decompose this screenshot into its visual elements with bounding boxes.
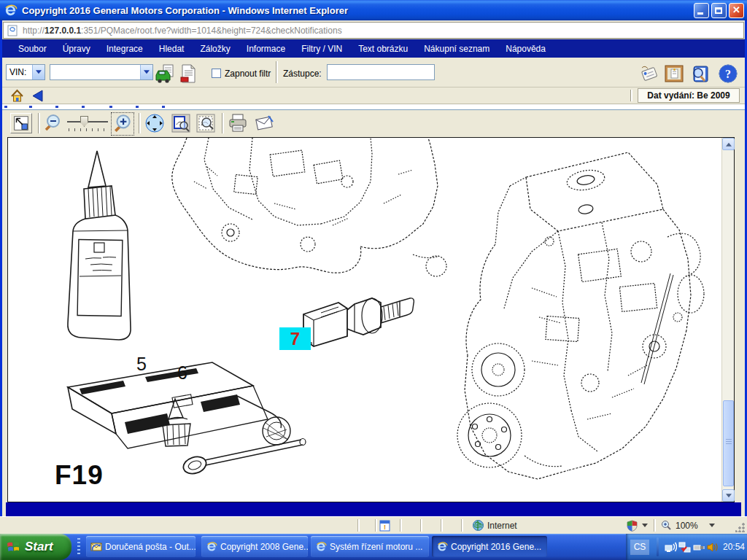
statusbar-separator <box>400 519 402 532</box>
menu-soubor[interactable]: Soubor <box>18 44 47 54</box>
resize-grip[interactable] <box>735 522 746 532</box>
address-bar: http://127.0.0.1:351/PQMace/root.fve?wid… <box>0 20 747 39</box>
zoom-out-icon[interactable] <box>42 113 63 133</box>
navigation-bar: Dat vydání: Be 2009 <box>0 88 747 104</box>
vertical-scrollbar[interactable] <box>721 138 734 502</box>
menu-nakupni-seznam[interactable]: Nákupní seznam <box>424 44 489 54</box>
figure-code: F19 <box>55 460 104 491</box>
menu-informace[interactable]: Informace <box>247 44 285 54</box>
filter-checkbox[interactable] <box>212 69 221 78</box>
vin-combobox[interactable]: VIN: <box>6 64 45 80</box>
close-icon: ✕ <box>732 4 740 15</box>
menu-upravy[interactable]: Úpravy <box>63 44 90 54</box>
parts-list-icon[interactable] <box>178 63 198 84</box>
chevron-down-icon <box>144 70 150 77</box>
task-button-outlook[interactable]: Doručená pošta - Out... <box>86 536 196 557</box>
maximize-icon <box>715 7 722 14</box>
zoom-in-button[interactable] <box>111 112 134 136</box>
arrow-down-icon <box>726 494 732 500</box>
chevron-down-icon[interactable] <box>642 524 648 530</box>
toolbar-separator <box>276 61 278 83</box>
task-button-ie-2016-active[interactable]: Copyright 2016 Gene... <box>432 536 547 557</box>
close-button[interactable]: ✕ <box>729 3 744 18</box>
vehicle-document-icon[interactable] <box>155 63 175 84</box>
release-date-panel: Dat vydání: Be 2009 <box>638 88 740 103</box>
address-field[interactable]: http://127.0.0.1:351/PQMace/root.fve?wid… <box>3 22 744 39</box>
svg-text:?: ? <box>725 68 731 80</box>
ie-icon <box>436 541 448 553</box>
part-number-label-highlighted[interactable]: 7 <box>279 327 311 350</box>
clock[interactable]: 20:54 <box>723 542 745 552</box>
notice-board-icon[interactable] <box>664 63 684 84</box>
menu-hledat[interactable]: Hledat <box>159 44 185 54</box>
vin-combobox-value: VIN: <box>9 67 26 77</box>
home-icon[interactable] <box>10 89 24 103</box>
zoom-level-value[interactable]: 100% <box>676 521 698 531</box>
toolbar-separator <box>38 113 40 133</box>
print-icon[interactable] <box>228 113 248 133</box>
windows-logo-icon <box>6 540 20 554</box>
zone-label: Internet <box>487 521 517 531</box>
ie-icon <box>315 541 327 553</box>
protected-mode-shield-icon[interactable] <box>626 520 638 532</box>
image-toolbar <box>0 110 747 137</box>
scroll-up-button[interactable] <box>722 138 735 150</box>
statusbar-separator <box>357 519 360 532</box>
task-button-label: Copyright 2016 Gene... <box>451 542 541 552</box>
help-icon[interactable]: ? <box>718 63 738 84</box>
bookmark-tag-icon[interactable] <box>639 63 659 84</box>
menu-integrace[interactable]: Integrace <box>107 44 143 54</box>
volume-icon[interactable] <box>706 541 719 553</box>
maximize-button[interactable] <box>711 3 727 18</box>
menu-zalozky[interactable]: Záložky <box>200 44 230 54</box>
vehicle-combobox[interactable] <box>50 64 153 80</box>
menu-filtry-vin[interactable]: Filtry / VIN <box>301 44 342 54</box>
window-border-left <box>0 20 2 516</box>
statusbar-separator <box>461 519 463 532</box>
system-tray: CS 20:54 <box>626 534 747 560</box>
collapsed-strip <box>0 104 747 110</box>
vehicle-combobox-arrow[interactable] <box>140 65 152 79</box>
send-image-icon[interactable] <box>254 113 274 133</box>
zoom-full-page-icon[interactable] <box>196 113 216 133</box>
vin-combobox-arrow[interactable] <box>32 65 44 79</box>
status-bar: ! Internet 100% <box>0 516 747 534</box>
page-icon <box>7 25 18 36</box>
network-disconnected-icon[interactable] <box>678 541 691 553</box>
menu-bar: Soubor Úpravy Integrace Hledat Záložky I… <box>0 39 747 58</box>
zoom-slider[interactable] <box>67 116 108 132</box>
page-background-band <box>6 502 741 516</box>
start-button[interactable]: Start <box>0 534 71 560</box>
menu-napoveda[interactable]: Nápověda <box>506 44 546 54</box>
zoom-slider-handle[interactable] <box>80 116 88 127</box>
part-illustration-bottle <box>50 148 142 343</box>
task-button-ie-2008[interactable]: Copyright 2008 Gene... <box>201 536 308 557</box>
svg-text:!: ! <box>384 524 386 531</box>
language-indicator[interactable]: CS <box>630 540 649 555</box>
chevron-down-icon[interactable] <box>709 524 715 530</box>
window-title: Copyright 2016 General Motors Corporatio… <box>22 5 348 16</box>
shortcut-input[interactable] <box>327 64 435 80</box>
chevron-down-icon <box>36 70 42 77</box>
engine-illustration-main <box>422 142 710 498</box>
ie-icon <box>4 4 18 18</box>
scroll-down-button[interactable] <box>722 489 735 502</box>
internet-zone-icon <box>473 520 484 531</box>
task-button-label: Copyright 2008 Gene... <box>220 542 308 552</box>
menu-text-obrazku[interactable]: Text obrázku <box>358 44 408 54</box>
minimize-button[interactable] <box>694 3 709 18</box>
zoom-window-icon[interactable] <box>171 113 191 133</box>
pan-icon[interactable] <box>144 113 165 133</box>
wireless-network-icon[interactable] <box>665 541 677 553</box>
catalog-search-icon[interactable] <box>690 63 711 84</box>
usb-device-icon[interactable] <box>692 541 705 553</box>
scrollbar-thumb[interactable] <box>723 400 734 486</box>
task-button-ie-system[interactable]: Systém řízení motoru ... <box>311 536 429 557</box>
desktop-screen: Copyright 2016 General Motors Corporatio… <box>0 0 747 560</box>
outlook-icon <box>90 541 102 553</box>
back-arrow-icon[interactable] <box>32 90 43 102</box>
fit-view-button[interactable] <box>10 113 32 133</box>
illustration-viewport[interactable]: 5 <box>7 137 735 502</box>
zoom-level-icon[interactable] <box>661 520 672 531</box>
part-number-label[interactable]: 6 <box>177 362 187 384</box>
